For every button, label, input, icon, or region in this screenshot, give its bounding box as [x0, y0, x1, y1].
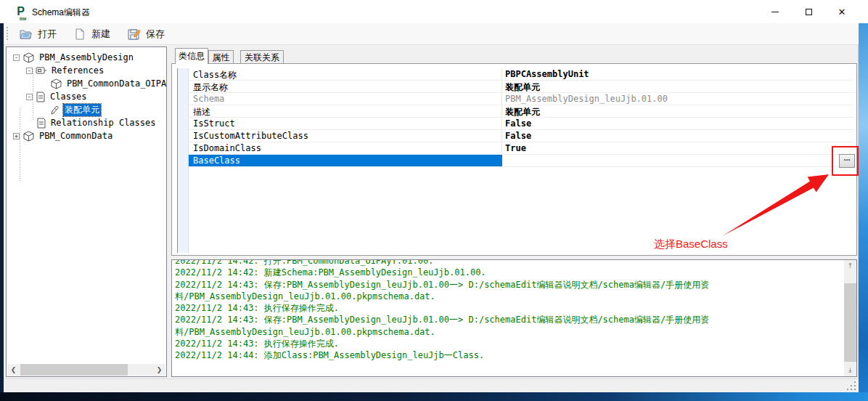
tree-item-references[interactable]: - References — [26, 64, 105, 77]
tree-item-label: References — [50, 65, 105, 76]
property-row-display-name[interactable]: 显示名称 装配单元 — [189, 81, 854, 93]
log-line: 料/PBM_AssemblyDesign_leuJjb.01.00.pkpmsc… — [175, 291, 843, 302]
property-value: PBPCAssemblyUnit — [502, 68, 854, 80]
property-label: IsDomainClass — [189, 142, 502, 154]
log-line: 2022/11/2 14:43: 保存:PBM_AssemblyDesign_l… — [175, 279, 843, 291]
tree-item-relationship-classes[interactable]: Relationship Classes — [36, 116, 157, 129]
tree-item-label: PBM_CommonData — [38, 131, 114, 141]
property-row-description[interactable]: 描述 装配单元 — [189, 105, 854, 118]
annotation-highlight-box — [832, 146, 859, 176]
schema-tree-panel: - PBM_AssemblyDesign - References PBM_Co… — [6, 46, 167, 377]
tree-item-label: Classes — [49, 92, 89, 102]
property-row-baseclass[interactable]: BaseClass — [189, 155, 854, 167]
close-button[interactable]: ✕ — [825, 0, 859, 23]
scroll-right-icon[interactable]: ❯ — [153, 364, 165, 376]
property-value: True — [502, 142, 854, 154]
property-row-class-name[interactable]: Class名称 PBPCAssemblyUnit — [189, 68, 854, 81]
log-line: 2022/11/2 14:43: 执行保存操作完成. — [175, 302, 843, 314]
toolbar-gripper — [7, 27, 8, 41]
maximize-icon — [806, 9, 812, 15]
new-button-label: 新建 — [91, 28, 110, 41]
collapse-icon[interactable]: - — [26, 68, 33, 74]
property-label: BaseClass — [189, 155, 502, 166]
tree-item-label: PBM_AssemblyDesign — [38, 52, 135, 62]
tree-item-classes[interactable]: - Classes — [26, 90, 89, 103]
titlebar: P BIM Schema编辑器 ✕ — [0, 0, 868, 23]
log-line: 2022/11/2 14:42: 打开:PBM_CommonData_OIPAy… — [175, 259, 843, 267]
close-icon: ✕ — [838, 7, 846, 17]
desktop-background-bottom — [0, 392, 868, 401]
log-line: 2022/11/2 14:44: 添加Class:PBM_AssemblyDes… — [175, 349, 843, 361]
tree-item-label-selected: 装配单元 — [63, 104, 101, 116]
app-logo-icon: P BIM — [13, 5, 28, 19]
tab-label: 关联关系 — [245, 52, 279, 64]
scrollbar-thumb[interactable] — [20, 364, 128, 376]
tree-item-pbm-assemblydesign[interactable]: - PBM_AssemblyDesign — [13, 51, 135, 64]
property-value: PBM_AssemblyDesign_leuJjb.01.00 — [502, 93, 854, 105]
package-icon — [22, 52, 35, 63]
property-label: IsStruct — [189, 118, 502, 129]
property-row-iscustomattributeclass[interactable]: IsCustomAttributeClass False — [189, 130, 854, 142]
annotation-text: 选择BaseClass — [654, 238, 728, 251]
save-button-label: 保存 — [146, 28, 165, 41]
tab-properties[interactable]: 属性 — [208, 50, 234, 64]
property-value: 装配单元 — [502, 81, 854, 92]
maximize-button[interactable] — [792, 0, 825, 23]
statusbar — [4, 378, 859, 392]
tab-label: 类信息 — [179, 50, 205, 62]
log-line: 2022/11/2 14:43: 执行保存操作完成. — [175, 338, 843, 349]
open-button[interactable]: 打开 — [14, 25, 63, 44]
property-label: IsCustomAttributeClass — [189, 130, 502, 142]
new-button[interactable]: 新建 — [69, 25, 117, 44]
log-lines: 2022/11/2 14:42: 打开:PBM_CommonData_OIPAy… — [175, 259, 843, 362]
tree-item-label: Relationship Classes — [49, 118, 157, 128]
tree-connector — [20, 108, 20, 181]
property-row-isdomainclass[interactable]: IsDomainClass True — [189, 142, 854, 155]
tree-item-label: PBM_CommonData_OIPAyT v — [65, 78, 167, 89]
open-folder-icon — [19, 28, 32, 40]
tree-item-pbm-commondata-ref[interactable]: PBM_CommonData_OIPAyT v — [50, 77, 167, 90]
property-label: 显示名称 — [189, 81, 502, 92]
minimize-button[interactable] — [758, 0, 792, 23]
property-label: Schema — [189, 93, 502, 105]
tab-class-info[interactable]: 类信息 — [175, 48, 208, 64]
save-floppy-icon — [128, 28, 140, 40]
property-row-schema[interactable]: Schema PBM_AssemblyDesign_leuJjb.01.00 — [189, 93, 854, 105]
package-icon — [50, 78, 62, 89]
schema-editor-screen: P BIM Schema编辑器 ✕ 打开 新建 — [0, 0, 868, 401]
new-document-icon — [74, 28, 86, 40]
scroll-up-icon[interactable]: ⤒ — [844, 260, 856, 272]
window-controls: ✕ — [758, 0, 859, 23]
scroll-left-icon[interactable]: ❮ — [7, 364, 20, 376]
minimize-icon — [771, 12, 779, 12]
property-label: Class名称 — [189, 68, 502, 80]
tree-item-assembly-unit[interactable]: 装配单元 — [50, 103, 101, 116]
property-value: False — [502, 118, 854, 129]
tree-horizontal-scrollbar[interactable]: ❮ ❯ — [7, 364, 165, 376]
log-vertical-scrollbar[interactable]: ⤒ ⤓ — [844, 260, 856, 376]
log-line: 2022/11/2 14:42: 新建Schema:PBM_AssemblyDe… — [175, 267, 843, 278]
expand-icon[interactable]: + — [13, 133, 20, 139]
property-value: 装配单元 — [502, 105, 854, 117]
collapse-icon[interactable]: - — [13, 54, 20, 61]
document-icon — [36, 118, 46, 129]
property-label: 描述 — [189, 105, 502, 117]
class-icon — [50, 105, 60, 115]
references-icon — [36, 65, 47, 76]
tab-relationships[interactable]: 关联关系 — [240, 50, 284, 64]
window-title: Schema编辑器 — [32, 7, 90, 19]
desktop-background-right — [859, 18, 868, 401]
toolbar: 打开 新建 保存 — [4, 23, 859, 45]
open-button-label: 打开 — [38, 28, 57, 41]
package-icon — [22, 131, 35, 142]
tab-label: 属性 — [213, 52, 230, 64]
log-line: 2022/11/2 14:43: 保存:PBM_AssemblyDesign_l… — [175, 314, 843, 325]
resize-grip[interactable] — [847, 381, 856, 390]
tree-item-pbm-commondata[interactable]: + PBM_CommonData — [13, 129, 114, 142]
collapse-icon[interactable]: - — [26, 94, 33, 100]
save-button[interactable]: 保存 — [123, 25, 171, 44]
scrollbar-thumb[interactable] — [844, 283, 856, 362]
log-line: 料/PBM_AssemblyDesign_leuJjb.01.00.pkpmsc… — [175, 326, 843, 338]
scroll-down-icon[interactable]: ⤓ — [844, 364, 856, 376]
property-row-isstruct[interactable]: IsStruct False — [189, 118, 854, 130]
